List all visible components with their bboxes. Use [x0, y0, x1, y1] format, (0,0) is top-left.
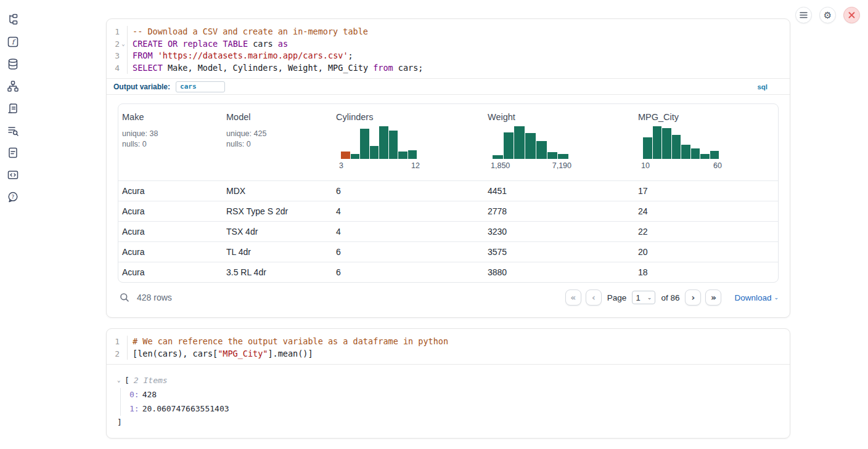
search-button[interactable] — [118, 291, 131, 304]
histogram-bar — [700, 154, 710, 159]
code-text: -- Download a CSV and create an in-memor… — [127, 26, 368, 38]
code-token: ].mean()] — [268, 349, 313, 358]
histogram-axis: 1060 — [641, 161, 722, 170]
column-header-make[interactable]: Makeunique: 38nulls: 0 — [118, 104, 223, 180]
chevrons-left-icon: « — [570, 293, 576, 302]
table-row: AcuraTL 4dr6357520 — [118, 241, 778, 262]
code-token: FROM — [133, 51, 153, 60]
table-cell: Acura — [118, 267, 223, 277]
axis-max-label: 12 — [411, 161, 420, 170]
search-icon — [120, 293, 129, 302]
column-header-model[interactable]: Modelunique: 425nulls: 0 — [223, 104, 332, 180]
menu-button[interactable] — [795, 7, 812, 23]
tree-entry: 1:20.060747663551403 — [129, 402, 790, 416]
pagination: « ‹ Page 1 ⌄ of 86 › » Download ⌄ — [565, 289, 779, 305]
shutdown-button[interactable] — [843, 7, 860, 23]
data-table: Makeunique: 38nulls: 0Modelunique: 425nu… — [118, 103, 779, 283]
fold-spacer — [120, 348, 127, 360]
code-text: FROM 'https://datasets.marimo.app/cars.c… — [127, 50, 353, 62]
tree-entry: 0:428 — [129, 388, 790, 402]
chevron-down-icon: ⌄ — [647, 294, 652, 301]
page-total-label: of 86 — [661, 293, 679, 302]
table-cell: 3880 — [484, 267, 634, 277]
download-button[interactable]: Download ⌄ — [734, 293, 779, 302]
table-cell: 22 — [634, 227, 778, 237]
table-footer: 428 rows « ‹ Page 1 ⌄ of 86 › » Download… — [118, 287, 779, 308]
download-label: Download — [734, 293, 771, 302]
fold-spacer — [120, 62, 127, 75]
axis-max-label: 7,190 — [552, 161, 571, 170]
table-cell: Acura — [118, 247, 223, 257]
null-count: nulls: 0 — [226, 139, 332, 150]
histogram-bar — [662, 128, 671, 159]
last-page-button[interactable]: » — [705, 289, 721, 305]
settings-button[interactable]: ⚙ — [819, 7, 836, 23]
histogram-bar — [514, 126, 525, 159]
line-number: 4 — [107, 62, 120, 75]
code-line: 2⌄CREATE OR replace TABLE cars as — [107, 38, 790, 51]
fold-chevron-icon[interactable]: ⌄ — [120, 38, 127, 51]
page-select[interactable]: 1 ⌄ — [632, 291, 655, 304]
code-line: 1-- Download a CSV and create an in-memo… — [107, 26, 790, 38]
help-icon[interactable]: ? — [7, 191, 19, 203]
histogram-bar — [558, 154, 568, 159]
code-token: -- Download a CSV and create an in-memor… — [133, 26, 368, 36]
column-header-mpg_city[interactable]: MPG_City1060 — [634, 104, 778, 180]
snippets-icon[interactable] — [7, 169, 19, 181]
column-header-weight[interactable]: Weight1,8507,190 — [484, 104, 634, 180]
scratchpad-icon[interactable] — [7, 102, 19, 115]
code-editor[interactable]: 1-- Download a CSV and create an in-memo… — [107, 19, 790, 78]
code-editor[interactable]: 1# We can reference the output variable … — [107, 329, 790, 365]
row-count: 428 rows — [137, 293, 172, 302]
code-token: cars; — [393, 63, 424, 73]
histogram-bar — [525, 133, 536, 159]
table-cell: 4 — [332, 206, 484, 216]
collapse-chevron-icon[interactable]: ⌄ — [117, 374, 125, 387]
logs-icon[interactable] — [7, 124, 19, 137]
code-token: TABLE — [223, 39, 248, 49]
code-line: 3FROM 'https://datasets.marimo.app/cars.… — [107, 50, 790, 62]
sql-cell-output: Makeunique: 38nulls: 0Modelunique: 425nu… — [107, 103, 790, 308]
histogram-bar — [493, 155, 503, 159]
dependency-graph-icon[interactable] — [7, 80, 19, 92]
histogram-bar — [547, 152, 558, 159]
histogram-bar — [691, 148, 700, 159]
left-sidebar: f ? — [0, 0, 26, 449]
line-number: 1 — [107, 336, 120, 348]
column-header-cylinders[interactable]: Cylinders312 — [332, 104, 484, 180]
output-variable-input[interactable] — [176, 81, 225, 92]
axis-min-label: 1,850 — [491, 161, 510, 170]
chevron-down-icon: ⌄ — [774, 294, 779, 301]
axis-min-label: 3 — [339, 161, 343, 170]
notebook-actions: ⚙ — [795, 7, 860, 23]
code-token: OR — [168, 39, 178, 49]
line-number: 1 — [107, 26, 120, 38]
file-tree-icon[interactable] — [7, 14, 19, 26]
null-count: nulls: 0 — [122, 139, 223, 150]
table-row: AcuraRSX Type S 2dr4277824 — [118, 201, 778, 221]
code-token: from — [373, 63, 393, 73]
function-icon[interactable]: f — [7, 36, 19, 48]
previous-page-button[interactable]: ‹ — [586, 289, 602, 305]
histogram-bar — [360, 129, 369, 159]
code-text: [len(cars), cars["MPG_City"].mean()] — [127, 348, 313, 360]
code-token: Make, Model, Cylinders, Weight, MPG_City — [163, 63, 373, 73]
histogram: 312 — [341, 126, 417, 170]
svg-text:f: f — [12, 38, 16, 46]
database-icon[interactable] — [7, 58, 19, 70]
documentation-icon[interactable] — [7, 147, 19, 159]
table-cell: 20 — [634, 247, 778, 257]
tree-entry-key: 0: — [129, 390, 139, 399]
tree-entry-value: 428 — [142, 390, 157, 399]
table-cell: 6 — [332, 267, 484, 277]
column-label: Make — [122, 112, 223, 122]
histogram-bar — [504, 132, 514, 159]
code-token: as — [278, 39, 288, 49]
histogram-bar — [398, 152, 407, 160]
table-row: AcuraMDX6445117 — [118, 180, 778, 201]
table-cell: TSX 4dr — [223, 227, 332, 237]
first-page-button[interactable]: « — [565, 289, 581, 305]
fold-spacer — [120, 336, 127, 348]
next-page-button[interactable]: › — [685, 289, 701, 305]
code-token: # We can reference the output variable a… — [133, 336, 448, 346]
